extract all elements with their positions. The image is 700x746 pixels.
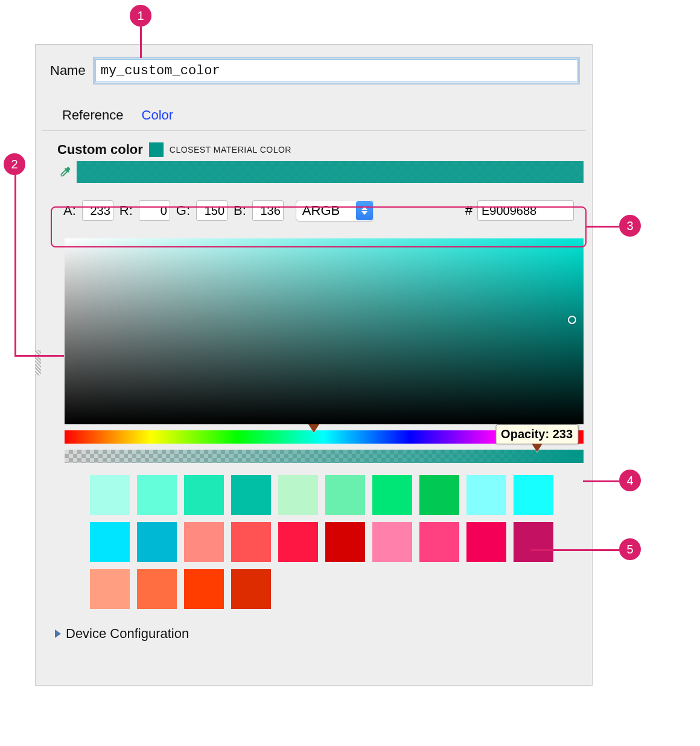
color-swatch[interactable] [419,475,459,515]
callout-2: 2 [4,153,25,175]
color-swatch[interactable] [137,475,177,515]
hex-wrap: # [465,200,574,221]
red-label: R: [119,203,133,218]
callout-1: 1 [130,5,151,27]
callout-4-line [583,480,619,482]
callout-5-line [531,549,619,551]
color-swatch[interactable] [231,475,271,515]
color-swatch[interactable] [325,475,365,515]
saturation-value-field[interactable] [65,238,584,424]
name-label: Name [50,63,86,78]
color-mode-select[interactable] [296,200,374,222]
color-swatch[interactable] [137,522,177,562]
color-picker-panel: Name Reference Color Custom color CLOSES… [35,44,593,686]
closest-material-label: CLOSEST MATERIAL COLOR [170,145,291,155]
swatch-row-1 [90,475,592,515]
closest-swatch [149,142,164,157]
color-swatch[interactable] [231,522,271,562]
color-swatch[interactable] [184,475,224,515]
hex-input[interactable] [477,200,574,221]
callout-1-line [140,27,142,58]
callout-4: 4 [619,470,641,491]
resize-grip-icon[interactable] [35,350,41,375]
custom-color-head: Custom color CLOSEST MATERIAL COLOR [36,131,592,161]
color-swatch[interactable] [325,522,365,562]
disclosure-triangle-icon [55,630,61,638]
color-swatch[interactable] [372,522,412,562]
color-swatch[interactable] [90,569,130,609]
color-swatch[interactable] [466,475,506,515]
color-swatch[interactable] [278,475,318,515]
green-label: G: [176,203,190,218]
callout-3-line [587,226,619,228]
swatch-row-2 [90,522,592,562]
color-mode-wrap [296,200,374,222]
color-swatch[interactable] [466,522,506,562]
alpha-label: A: [63,203,76,218]
color-swatch[interactable] [231,569,271,609]
alpha-input[interactable] [82,200,113,221]
color-swatch[interactable] [184,522,224,562]
color-swatch[interactable] [278,522,318,562]
color-swatch[interactable] [90,475,130,515]
hash-label: # [465,203,472,218]
custom-color-title: Custom color [57,142,143,158]
callout-2-line-v [14,175,16,356]
hue-marker-icon[interactable] [308,424,319,433]
opacity-marker-icon[interactable] [532,444,542,452]
color-swatch[interactable] [419,522,459,562]
opacity-tooltip: Opacity: 233 [495,424,578,444]
opacity-slider[interactable]: Opacity: 233 [65,450,584,463]
callout-2-line-h [14,355,64,357]
color-swatch[interactable] [184,569,224,609]
blue-label: B: [234,203,246,218]
tab-reference[interactable]: Reference [62,107,124,123]
green-input[interactable] [196,200,228,221]
callout-3: 3 [619,215,641,237]
name-input[interactable] [95,59,578,82]
color-preview-bar[interactable] [77,161,584,183]
swatch-row-3 [90,569,592,609]
blue-input[interactable] [252,200,284,221]
device-config-label: Device Configuration [66,626,189,642]
preview-row [36,161,592,188]
color-swatch[interactable] [514,522,553,562]
callout-5: 5 [619,538,641,560]
argb-row: A: R: G: B: # [54,191,584,230]
color-swatch[interactable] [137,569,177,609]
device-configuration-toggle[interactable]: Device Configuration [36,609,592,642]
tabs: Reference Color [36,82,592,130]
gradient-cursor[interactable] [568,316,576,324]
tab-color[interactable]: Color [142,107,174,123]
red-input[interactable] [139,200,170,221]
color-swatch[interactable] [514,475,553,515]
color-swatch[interactable] [90,522,130,562]
swatch-grid [90,475,592,609]
eyedropper-icon[interactable] [57,164,73,180]
color-swatch[interactable] [372,475,412,515]
name-row: Name [36,45,592,82]
